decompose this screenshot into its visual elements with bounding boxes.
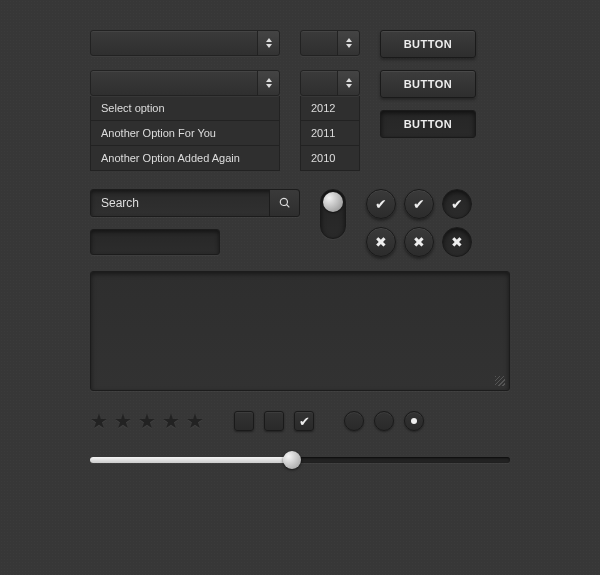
close-button-pressed[interactable]: ✖ xyxy=(442,227,472,257)
list-item[interactable]: 2011 xyxy=(301,121,359,146)
star-rating[interactable]: ★ ★ ★ ★ ★ xyxy=(90,409,204,433)
star-icon[interactable]: ★ xyxy=(162,409,180,433)
text-input[interactable] xyxy=(90,229,220,255)
close-button[interactable]: ✖ xyxy=(366,227,396,257)
star-icon[interactable]: ★ xyxy=(114,409,132,433)
check-button[interactable]: ✔ xyxy=(366,189,396,219)
star-icon[interactable]: ★ xyxy=(186,409,204,433)
check-icon: ✔ xyxy=(375,196,387,212)
select-main-open[interactable] xyxy=(90,70,280,96)
select-main-options: Select option Another Option For You Ano… xyxy=(90,96,280,171)
chevron-updown-icon xyxy=(257,31,279,55)
radio-2[interactable] xyxy=(374,411,394,431)
select-main[interactable] xyxy=(90,30,280,56)
checkbox-2[interactable] xyxy=(264,411,284,431)
star-icon[interactable]: ★ xyxy=(90,409,108,433)
list-item[interactable]: 2010 xyxy=(301,146,359,170)
list-item[interactable]: 2012 xyxy=(301,96,359,121)
close-icon: ✖ xyxy=(375,234,387,250)
check-button-pressed[interactable]: ✔ xyxy=(442,189,472,219)
chevron-updown-icon xyxy=(337,31,359,55)
chevron-updown-icon xyxy=(337,71,359,95)
chevron-updown-icon xyxy=(257,71,279,95)
search-button[interactable] xyxy=(269,190,299,216)
star-icon[interactable]: ★ xyxy=(138,409,156,433)
check-icon: ✔ xyxy=(451,196,463,212)
select-year-options: 2012 2011 2010 xyxy=(300,96,360,171)
close-icon: ✖ xyxy=(451,234,463,250)
list-item[interactable]: Select option xyxy=(91,96,279,121)
search-placeholder: Search xyxy=(91,196,269,210)
close-icon: ✖ xyxy=(413,234,425,250)
button-2[interactable]: BUTTON xyxy=(380,70,476,98)
slider-fill xyxy=(90,457,292,463)
slider[interactable] xyxy=(90,457,510,463)
select-year-open[interactable] xyxy=(300,70,360,96)
button-3-pressed[interactable]: BUTTON xyxy=(380,110,476,138)
radio-3-selected[interactable] xyxy=(404,411,424,431)
check-icon: ✔ xyxy=(413,196,425,212)
list-item[interactable]: Another Option For You xyxy=(91,121,279,146)
search-input[interactable]: Search xyxy=(90,189,300,217)
radio-1[interactable] xyxy=(344,411,364,431)
button-1[interactable]: BUTTON xyxy=(380,30,476,58)
slider-thumb[interactable] xyxy=(283,451,301,469)
list-item[interactable]: Another Option Added Again xyxy=(91,146,279,170)
checkbox-1[interactable] xyxy=(234,411,254,431)
textarea[interactable] xyxy=(90,271,510,391)
check-button[interactable]: ✔ xyxy=(404,189,434,219)
toggle-switch[interactable] xyxy=(320,189,346,239)
toggle-knob xyxy=(323,192,343,212)
close-button[interactable]: ✖ xyxy=(404,227,434,257)
search-icon xyxy=(279,197,291,209)
select-year[interactable] xyxy=(300,30,360,56)
check-icon: ✔ xyxy=(299,414,310,429)
checkbox-3-checked[interactable]: ✔ xyxy=(294,411,314,431)
